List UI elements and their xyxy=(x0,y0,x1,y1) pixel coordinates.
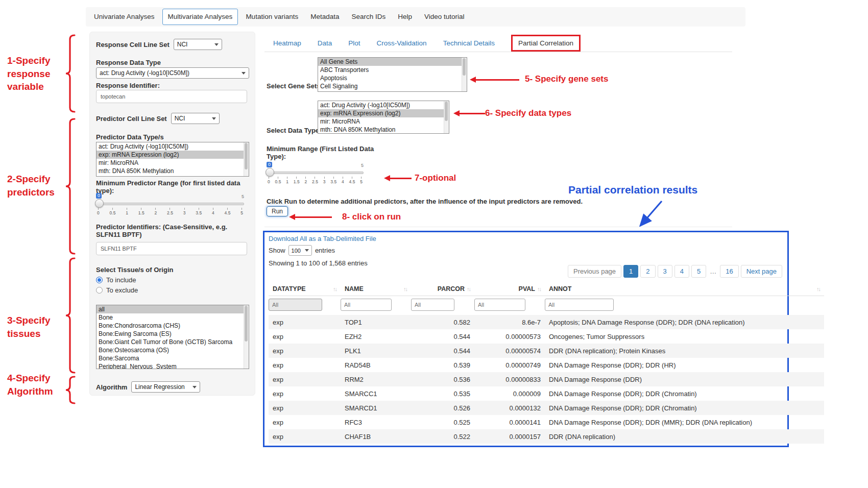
table-row[interactable]: expSMARCC10.5350.000009DNA Damage Respon… xyxy=(269,386,824,401)
table-row[interactable]: expCHAF1B0.5220.0000157DDR (DNA replicat… xyxy=(269,429,824,444)
slider-value-badge: 0 xyxy=(267,162,272,167)
nav-item-video-tutorial[interactable]: Video tutorial xyxy=(418,8,471,26)
scrollbar[interactable] xyxy=(244,142,249,176)
tissue-listbox[interactable]: allBoneBone:Chondrosarcoma (CHS)Bone:Ewi… xyxy=(96,305,249,369)
slider-handle[interactable] xyxy=(95,199,104,208)
tab-data[interactable]: Data xyxy=(318,39,332,47)
slider-tick-label: 3.5 xyxy=(330,177,336,184)
nav-item-univariate-analyses[interactable]: Univariate Analyses xyxy=(88,8,161,26)
table-row[interactable]: expRFC30.5250.0000141DNA Damage Response… xyxy=(269,415,824,429)
predictor-cell-line-set-select[interactable]: NCI xyxy=(171,113,220,124)
pagination-next[interactable]: Next page xyxy=(741,265,782,278)
filter-input-parcor[interactable] xyxy=(411,299,454,311)
chevron-down-icon xyxy=(242,72,246,75)
scrollbar[interactable] xyxy=(444,101,449,133)
pagination-page-3[interactable]: 3 xyxy=(658,265,672,278)
listbox-option[interactable]: ABC Transporters xyxy=(318,66,467,74)
pagination-page-16[interactable]: 16 xyxy=(720,265,738,278)
listbox-option[interactable]: exp: mRNA Expression (log2) xyxy=(318,109,449,117)
nav-item-mutation-variants[interactable]: Mutation variants xyxy=(239,8,304,26)
listbox-option[interactable]: Peripheral_Nervous_System xyxy=(97,362,249,369)
gene-sets-listbox[interactable]: All Gene SetsABC TransportersApoptosisCe… xyxy=(318,57,467,92)
tab-partial-correlation[interactable]: Partial Correlation xyxy=(511,35,581,52)
filter-input-name[interactable] xyxy=(341,299,392,311)
cell-parcor: 0.536 xyxy=(411,372,474,386)
run-button[interactable]: Run xyxy=(267,206,288,216)
column-label: ANNOT xyxy=(549,285,571,292)
entries-select[interactable]: 100 xyxy=(288,245,312,256)
table-row[interactable]: expTOP10.5828.6e-7Apoptosis; DNA Damage … xyxy=(269,315,824,329)
column-header-pval[interactable]: PVAL↑↓ xyxy=(474,282,545,296)
listbox-option[interactable]: Bone:Chondrosarcoma (CHS) xyxy=(97,322,249,330)
radio-to-include[interactable]: To include xyxy=(96,276,136,284)
nav-item-search-ids[interactable]: Search IDs xyxy=(345,8,392,26)
nav-item-multivariate-analyses[interactable]: Multivariate Analyses xyxy=(162,9,238,25)
min-predictor-range-slider[interactable]: 0 5 00.511.522.533.544.55 xyxy=(96,197,244,217)
response-cell-line-set-select[interactable]: NCI xyxy=(174,39,222,50)
listbox-option[interactable]: All Gene Sets xyxy=(318,58,467,66)
pagination-page-4[interactable]: 4 xyxy=(674,265,689,278)
filter-input-annot[interactable] xyxy=(545,299,614,311)
nav-item-metadata[interactable]: Metadata xyxy=(304,8,345,26)
listbox-option[interactable]: Cell Signaling xyxy=(318,82,467,90)
listbox-option[interactable]: act: Drug Activity (-log10[IC50M]) xyxy=(318,101,449,109)
listbox-option[interactable]: mir: MicroRNA xyxy=(97,159,249,167)
listbox-option[interactable]: act: Drug Activity (-log10[IC50M]) xyxy=(97,142,249,151)
radio-to-exclude[interactable]: To exclude xyxy=(96,286,138,294)
annotation-step6: 6- Specify data types xyxy=(485,108,571,119)
response-identifier-label: Response Identifier: xyxy=(96,82,160,89)
listbox-option[interactable]: Bone:Giant Cell Tumor of Bone (GCTB) Sar… xyxy=(97,338,249,346)
cell-datatype: exp xyxy=(269,415,341,429)
listbox-option[interactable]: Bone xyxy=(97,313,249,322)
predictor-data-types-listbox[interactable]: act: Drug Activity (-log10[IC50M])exp: m… xyxy=(96,142,249,177)
listbox-option[interactable]: Bone:Ewing Sarcoma (ES) xyxy=(97,330,249,338)
predictor-identifiers-input[interactable] xyxy=(96,242,247,255)
data-types-listbox[interactable]: act: Drug Activity (-log10[IC50M])exp: m… xyxy=(318,101,449,134)
listbox-option[interactable]: mth: DNA 850K Methylation xyxy=(97,167,249,175)
pagination-page-1[interactable]: 1 xyxy=(623,265,638,278)
scrollbar[interactable] xyxy=(462,58,467,91)
column-header-parcor[interactable]: PARCOR↑↓ xyxy=(411,282,474,296)
filter-input-pval[interactable] xyxy=(474,299,525,311)
table-row[interactable]: expPLK10.5440.00000574DDR (DNA replicati… xyxy=(269,344,824,358)
table-row[interactable]: expSMARCD10.5260.0000132DNA Damage Respo… xyxy=(269,401,824,415)
listbox-option[interactable]: exp: mRNA Expression (log2) xyxy=(97,151,249,159)
table-row[interactable]: expRAD54B0.5390.00000749DNA Damage Respo… xyxy=(269,358,824,372)
slider-handle[interactable] xyxy=(266,168,274,177)
column-header-name[interactable]: NAME↑↓ xyxy=(341,282,411,296)
pagination-page-2[interactable]: 2 xyxy=(640,265,655,278)
listbox-option[interactable]: Bone:Osteosarcoma (OS) xyxy=(97,346,249,354)
tab-technical-details[interactable]: Technical Details xyxy=(443,39,495,47)
response-identifier-input[interactable] xyxy=(96,90,247,103)
nav-item-help[interactable]: Help xyxy=(392,8,418,26)
listbox-option[interactable]: Apoptosis xyxy=(318,74,467,82)
min-range-slider[interactable]: 0 5 00.511.522.533.544.55 xyxy=(267,165,364,186)
slider-tick-label: 5 xyxy=(360,177,363,184)
listbox-option[interactable]: Bone:Sarcoma xyxy=(97,354,249,362)
tab-heatmap[interactable]: Heatmap xyxy=(273,39,301,47)
slider-tick-label: 2 xyxy=(305,177,307,184)
cell-annot: DNA Damage Response (DDR); DDR (Chromati… xyxy=(545,401,824,415)
top-nav: Univariate AnalysesMultivariate Analyses… xyxy=(86,7,745,27)
response-data-type-select[interactable]: act: Drug Activity (-log10[IC50M]) xyxy=(96,67,249,79)
tab-cross-validation[interactable]: Cross-Validation xyxy=(377,39,427,47)
pagination-page-5[interactable]: 5 xyxy=(691,265,706,278)
table-row[interactable]: expEZH20.5440.00000573Oncogenes; Tumor S… xyxy=(269,329,824,344)
predictor-identifiers-label: Predictor Identifiers: (Case-Sensitive, … xyxy=(96,223,245,238)
download-link[interactable]: Download All as a Tab-Delimited File xyxy=(269,235,376,242)
filter-input-datatype[interactable] xyxy=(269,299,322,311)
scrollbar[interactable] xyxy=(244,305,249,369)
pagination-prev[interactable]: Previous page xyxy=(568,265,621,278)
table-row[interactable]: expRRM20.5360.00000833DNA Damage Respons… xyxy=(269,372,824,386)
slider-tick-label: 1.5 xyxy=(138,208,144,215)
listbox-option[interactable]: all xyxy=(97,305,249,313)
column-header-annot[interactable]: ANNOT↑↓ xyxy=(545,282,824,296)
tab-plot[interactable]: Plot xyxy=(348,39,360,47)
annotation-step5: 5- Specify gene sets xyxy=(525,74,608,85)
cell-pval: 0.00000574 xyxy=(474,344,545,358)
slider-tick-label: 0.5 xyxy=(275,177,281,184)
algorithm-select[interactable]: Linear Regression xyxy=(131,381,200,393)
listbox-option[interactable]: mth: DNA 850K Methylation xyxy=(318,126,449,134)
listbox-option[interactable]: mir: MicroRNA xyxy=(318,117,449,126)
column-header-datatype[interactable]: DATATYPE↑↓ xyxy=(269,282,341,296)
